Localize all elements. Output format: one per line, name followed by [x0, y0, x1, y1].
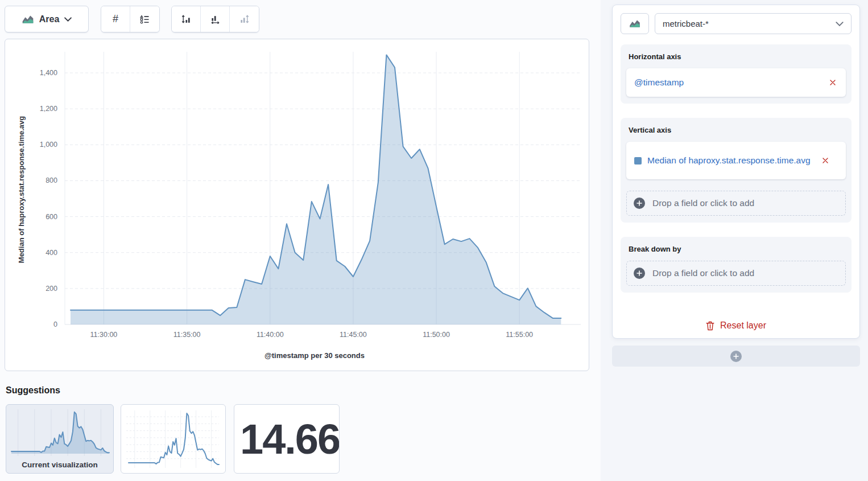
series-color-swatch — [634, 157, 642, 165]
y-axis-title: Median of haproxy.stat.response.time.avg — [17, 116, 26, 263]
plus-circle-icon — [730, 351, 742, 362]
close-x-icon — [829, 79, 836, 86]
close-x-icon — [822, 157, 829, 164]
legend-list-icon — [140, 15, 150, 24]
dimension-timestamp[interactable]: @timestamp — [626, 68, 846, 97]
mini-area-chart — [7, 408, 114, 456]
axis-bottom-icon — [210, 14, 220, 24]
suggestions-heading: Suggestions — [6, 385, 60, 396]
axis-left-icon — [181, 14, 191, 24]
section-break-down-by: Break down by Drop a field or click to a… — [621, 237, 852, 293]
section-title: Horizontal axis — [629, 52, 844, 61]
chart-panel: 11:30:0011:35:0011:40:0011:45:0011:50:00… — [5, 39, 589, 371]
value-labels-button[interactable]: # — [101, 6, 130, 32]
svg-text:800: 800 — [46, 176, 57, 184]
trash-icon — [706, 321, 714, 331]
svg-text:1,400: 1,400 — [40, 69, 57, 77]
svg-text:11:40:00: 11:40:00 — [257, 331, 284, 339]
metric-value: 14.66 — [240, 415, 340, 463]
add-field-dropzone[interactable]: Drop a field or click to add — [626, 261, 846, 286]
layer-panel: metricbeat-* Horizontal axis @timestamp … — [612, 5, 860, 339]
chart-type-label: Area — [39, 14, 60, 24]
remove-dimension-button[interactable] — [817, 152, 834, 169]
section-horizontal-axis: Horizontal axis @timestamp — [621, 44, 852, 104]
layer-chart-type-button[interactable] — [621, 13, 649, 34]
area-chart-icon — [22, 15, 34, 24]
index-pattern-value: metricbeat-* — [663, 19, 709, 28]
section-vertical-axis: Vertical axis Median of haproxy.stat.res… — [621, 118, 852, 223]
remove-dimension-button[interactable] — [824, 74, 841, 91]
toolbar-group-axes — [171, 6, 259, 32]
dropzone-label: Drop a field or click to add — [652, 268, 754, 278]
svg-text:1,000: 1,000 — [40, 141, 57, 149]
layer-settings-sidebar: metricbeat-* Horizontal axis @timestamp … — [601, 0, 868, 481]
index-pattern-select[interactable]: metricbeat-* — [655, 13, 852, 34]
plus-circle-icon — [634, 268, 645, 279]
section-title: Vertical axis — [629, 126, 844, 134]
editor-main: Area # — [0, 0, 601, 481]
suggestion-label: Current visualization — [6, 461, 113, 469]
suggestion-current-visualization[interactable]: Current visualization — [6, 404, 114, 474]
svg-text:11:55:00: 11:55:00 — [506, 331, 533, 339]
axis-right-icon — [239, 14, 249, 24]
svg-text:200: 200 — [46, 285, 57, 293]
reset-layer-button[interactable]: Reset layer — [613, 320, 859, 331]
dimension-median-response-time[interactable]: Median of haproxy.stat.response.time.avg — [626, 142, 846, 179]
section-title: Break down by — [629, 245, 844, 253]
svg-text:1,200: 1,200 — [40, 105, 57, 113]
area-chart[interactable]: 11:30:0011:35:0011:40:0011:45:0011:50:00… — [5, 39, 589, 371]
left-axis-button[interactable] — [172, 6, 201, 32]
right-axis-button[interactable] — [230, 6, 259, 32]
area-chart-icon — [629, 19, 640, 28]
chevron-down-icon — [64, 17, 72, 22]
plus-circle-icon — [634, 198, 645, 209]
bottom-axis-button[interactable] — [201, 6, 230, 32]
svg-text:400: 400 — [46, 249, 57, 257]
dropzone-label: Drop a field or click to add — [652, 198, 754, 208]
mini-line-chart — [122, 406, 225, 472]
suggestion-line-chart[interactable] — [121, 404, 226, 474]
chart-type-switcher[interactable]: Area — [5, 6, 89, 32]
toolbar-group-labels: # — [101, 6, 160, 32]
legend-button[interactable] — [130, 6, 159, 32]
svg-text:600: 600 — [46, 213, 57, 221]
svg-text:11:35:00: 11:35:00 — [173, 331, 201, 339]
svg-text:11:45:00: 11:45:00 — [340, 331, 367, 339]
x-axis-title: @timestamp per 30 seconds — [264, 351, 365, 360]
reset-layer-label: Reset layer — [720, 320, 766, 331]
svg-text:11:50:00: 11:50:00 — [423, 331, 450, 339]
dimension-label: Median of haproxy.stat.response.time.avg — [647, 153, 811, 168]
hash-icon: # — [113, 13, 118, 25]
add-field-dropzone[interactable]: Drop a field or click to add — [626, 191, 846, 216]
dimension-label: @timestamp — [634, 75, 819, 90]
suggestion-metric[interactable]: 14.66 — [234, 404, 340, 474]
svg-text:11:30:00: 11:30:00 — [90, 331, 118, 339]
svg-text:0: 0 — [53, 320, 57, 328]
chevron-down-icon — [836, 22, 844, 26]
add-layer-button[interactable] — [612, 346, 860, 367]
